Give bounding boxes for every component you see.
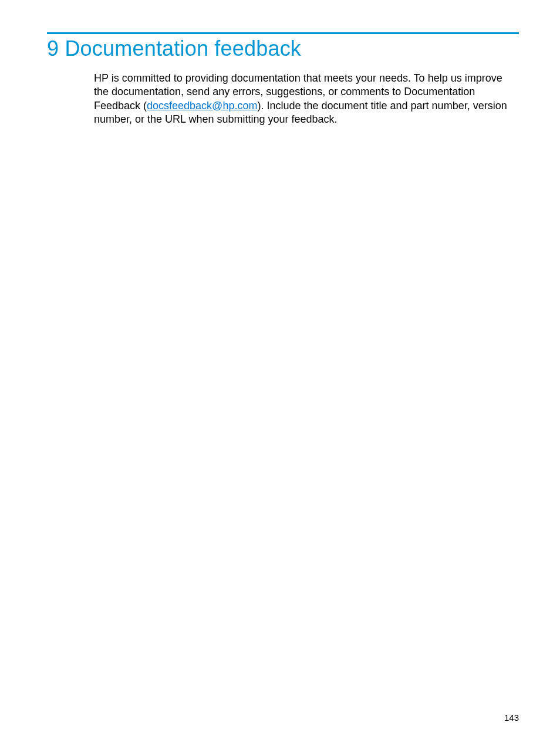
document-page: 9 Documentation feedback HP is committed… (0, 0, 560, 746)
body-paragraph: HP is committed to providing documentati… (94, 72, 519, 127)
page-number: 143 (504, 713, 519, 723)
top-rule (47, 32, 519, 34)
feedback-email-link[interactable]: docsfeedback@hp.com (147, 100, 257, 112)
section-heading: 9 Documentation feedback (47, 36, 519, 61)
